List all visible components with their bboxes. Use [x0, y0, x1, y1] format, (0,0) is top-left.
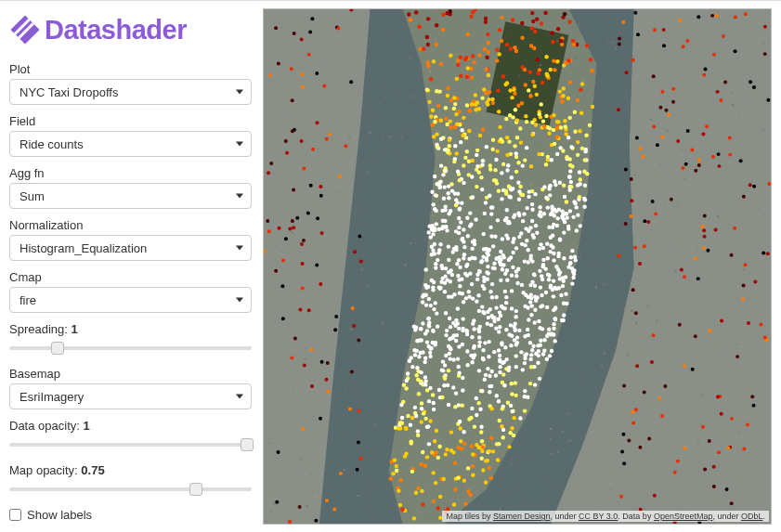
- svg-point-853: [478, 325, 482, 329]
- svg-point-994: [477, 330, 481, 333]
- svg-point-995: [389, 476, 393, 480]
- aggfn-select[interactable]: Sum: [9, 183, 252, 209]
- svg-point-590: [470, 360, 474, 364]
- svg-point-1064: [442, 197, 446, 201]
- svg-point-1047: [510, 289, 514, 292]
- slider-thumb[interactable]: [51, 342, 64, 355]
- svg-point-1454: [479, 175, 483, 179]
- svg-point-1684: [423, 360, 426, 364]
- svg-point-619: [421, 502, 424, 506]
- svg-point-784: [481, 357, 485, 360]
- svg-point-1265: [494, 326, 498, 330]
- svg-point-1724: [516, 161, 520, 164]
- norm-select[interactable]: Histogram_Equalization: [9, 235, 252, 261]
- svg-point-1384: [488, 340, 491, 344]
- app-root: Datashader Plot NYC Taxi Dropoffs Field …: [0, 1, 781, 532]
- field-select[interactable]: Ride counts: [9, 131, 252, 157]
- svg-point-1474: [534, 352, 538, 356]
- svg-point-865: [559, 39, 563, 43]
- svg-point-1858: [635, 136, 639, 139]
- svg-point-709: [558, 89, 562, 93]
- svg-point-1561: [398, 478, 402, 482]
- svg-point-1823: [696, 277, 700, 280]
- norm-label: Normalization: [9, 218, 252, 232]
- map-opacity-slider[interactable]: [9, 480, 252, 499]
- svg-point-1116: [528, 283, 532, 287]
- svg-point-1019: [484, 201, 488, 204]
- svg-point-657: [468, 109, 472, 112]
- slider-thumb[interactable]: [241, 438, 254, 451]
- svg-point-1360: [506, 401, 510, 405]
- svg-point-1927: [703, 214, 707, 217]
- basemap-select[interactable]: EsriImagery: [9, 383, 252, 409]
- svg-point-1606: [444, 354, 448, 357]
- svg-point-910: [465, 263, 469, 266]
- svg-point-1695: [461, 134, 464, 137]
- svg-point-682: [432, 202, 436, 206]
- slider-thumb[interactable]: [189, 483, 202, 496]
- svg-point-1172: [472, 318, 475, 322]
- svg-point-1702: [559, 125, 563, 129]
- svg-point-1778: [291, 98, 294, 102]
- svg-point-1348: [518, 416, 522, 420]
- attribution-link[interactable]: OpenStreetMap: [654, 512, 713, 521]
- svg-point-1832: [326, 389, 330, 393]
- svg-point-1622: [540, 278, 544, 281]
- spreading-slider[interactable]: [9, 339, 252, 357]
- plot-select[interactable]: NYC Taxi Dropoffs: [9, 79, 252, 105]
- svg-point-1279: [540, 274, 543, 278]
- svg-point-1449: [473, 353, 476, 357]
- svg-point-520: [477, 369, 481, 372]
- map-viewport[interactable]: Map tiles by Stamen Design, under CC BY …: [263, 8, 772, 525]
- svg-point-761: [449, 54, 452, 58]
- svg-point-1355: [563, 195, 566, 199]
- attribution-link[interactable]: CC BY 3.0: [579, 512, 618, 521]
- svg-point-1396: [490, 295, 494, 299]
- svg-point-1968: [686, 129, 690, 133]
- svg-point-534: [514, 274, 518, 278]
- attribution-link[interactable]: ODbL: [741, 512, 763, 521]
- svg-point-1402: [468, 493, 472, 497]
- attribution-link[interactable]: Stamen Design: [493, 512, 551, 521]
- show-labels-input[interactable]: [9, 509, 21, 521]
- svg-point-1875: [643, 390, 646, 394]
- svg-point-1139: [516, 104, 520, 108]
- svg-point-967: [475, 278, 479, 281]
- show-labels-checkbox[interactable]: Show labels: [9, 508, 252, 522]
- svg-point-1719: [569, 180, 573, 184]
- data-opacity-slider[interactable]: [9, 435, 252, 454]
- svg-point-1227: [510, 273, 514, 277]
- svg-point-1181: [480, 457, 484, 461]
- svg-point-1718: [557, 252, 561, 255]
- svg-point-1800: [617, 253, 620, 257]
- svg-point-1146: [501, 237, 504, 240]
- svg-point-1717: [501, 428, 505, 432]
- svg-point-1011: [550, 349, 553, 353]
- svg-point-854: [490, 370, 494, 373]
- svg-point-795: [568, 81, 572, 84]
- svg-point-718: [425, 455, 429, 459]
- svg-point-1607: [537, 152, 540, 156]
- svg-point-1685: [444, 311, 448, 315]
- svg-point-1024: [530, 348, 534, 352]
- svg-point-1765: [716, 90, 720, 94]
- svg-point-1791: [284, 139, 288, 143]
- svg-point-1003: [410, 365, 414, 369]
- svg-point-1918: [734, 16, 737, 19]
- svg-point-1078: [449, 279, 452, 283]
- svg-point-1527: [453, 324, 457, 328]
- cmap-select[interactable]: fire: [9, 287, 252, 313]
- svg-point-1435: [488, 466, 491, 470]
- svg-point-1306: [569, 185, 573, 188]
- svg-point-1841: [703, 468, 707, 472]
- svg-point-1752: [728, 153, 732, 157]
- svg-point-770: [538, 205, 541, 209]
- svg-point-713: [525, 206, 528, 210]
- svg-point-1514: [498, 358, 501, 362]
- svg-point-1650: [492, 316, 496, 319]
- svg-point-1125: [551, 40, 554, 44]
- svg-point-1629: [447, 258, 450, 262]
- svg-point-1373: [475, 185, 478, 188]
- svg-point-1354: [530, 189, 534, 193]
- svg-point-1160: [435, 429, 438, 433]
